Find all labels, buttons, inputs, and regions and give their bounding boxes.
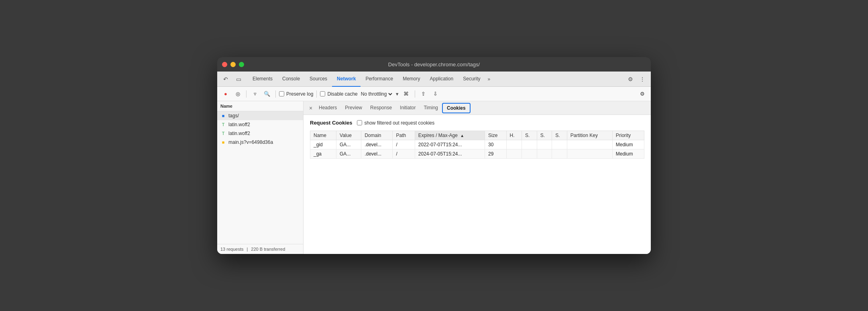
col-name[interactable]: Name — [310, 131, 336, 140]
col-domain[interactable]: Domain — [361, 131, 393, 140]
sidebar-item-latin2[interactable]: T latin.woff2 — [217, 129, 303, 138]
cell-priority: Medium — [612, 140, 644, 149]
settings-icon[interactable]: ⚙ — [625, 74, 636, 84]
col-size[interactable]: Size — [485, 131, 507, 140]
cookies-panel: Request Cookies show filtered out reques… — [304, 115, 651, 254]
inspect-icon[interactable]: ▭ — [233, 74, 244, 84]
col-priority[interactable]: Priority — [612, 131, 644, 140]
tab-elements[interactable]: Elements — [248, 72, 277, 87]
preserve-log-checkbox[interactable] — [279, 91, 284, 96]
sidebar-header: Name — [217, 101, 303, 111]
cell-s1 — [522, 149, 537, 159]
settings-right: ⚙ — [637, 89, 648, 99]
col-partition-key[interactable]: Partition Key — [567, 131, 612, 140]
cell-domain: .devel... — [361, 149, 393, 159]
col-s3[interactable]: S. — [552, 131, 567, 140]
col-s1[interactable]: S. — [522, 131, 537, 140]
col-h[interactable]: H. — [506, 131, 522, 140]
close-button[interactable] — [222, 62, 227, 67]
tab-initiator[interactable]: Initiator — [396, 101, 420, 115]
tab-timing[interactable]: Timing — [420, 101, 442, 115]
main-tab-bar: ↶ ▭ Elements Console Sources Network Per… — [217, 72, 651, 87]
tab-response[interactable]: Response — [366, 101, 396, 115]
separator-2 — [275, 90, 276, 98]
cell-partition_key — [567, 149, 612, 159]
tab-performance[interactable]: Performance — [361, 72, 398, 87]
throttle-select[interactable]: No throttling — [359, 91, 393, 97]
gear-icon[interactable]: ⚙ — [637, 89, 648, 99]
more-tabs-button[interactable]: » — [485, 76, 493, 82]
cursor-icon[interactable]: ↶ — [220, 74, 231, 84]
disable-cache-label[interactable]: Disable cache — [320, 91, 357, 97]
maximize-button[interactable] — [239, 62, 244, 67]
record-button[interactable]: ● — [220, 89, 231, 99]
font-icon-2: T — [220, 131, 226, 136]
tab-memory[interactable]: Memory — [398, 72, 425, 87]
cell-h — [506, 140, 522, 149]
sidebar-item-tags[interactable]: ■ tags/ — [217, 111, 303, 120]
wifi-icon[interactable]: ⌘ — [401, 89, 412, 99]
main-area: Name ■ tags/ T latin.woff2 T latin.woff2… — [217, 101, 651, 254]
request-cookies-header: Request Cookies show filtered out reques… — [310, 120, 644, 126]
cell-size: 29 — [485, 149, 507, 159]
tab-bar-icons: ↶ ▭ — [220, 74, 244, 84]
tab-cookies[interactable]: Cookies — [442, 103, 471, 113]
more-options-icon[interactable]: ⋮ — [637, 74, 648, 84]
cell-h — [506, 149, 522, 159]
sidebar-item-latin1[interactable]: T latin.woff2 — [217, 120, 303, 129]
cell-priority: Medium — [612, 149, 644, 159]
tab-network[interactable]: Network — [332, 72, 361, 87]
tab-security[interactable]: Security — [458, 72, 485, 87]
sort-arrow: ▲ — [460, 133, 464, 138]
script-icon: ■ — [220, 139, 226, 145]
cookies-table: Name Value Domain Path Expires / Max-Age… — [310, 131, 644, 159]
minimize-button[interactable] — [230, 62, 236, 67]
download-icon[interactable]: ⇩ — [430, 89, 441, 99]
cell-s3 — [552, 149, 567, 159]
tab-console[interactable]: Console — [277, 72, 305, 87]
cell-s2 — [537, 140, 552, 149]
panel-close-button[interactable]: × — [307, 104, 315, 112]
throttle-arrow: ▼ — [395, 92, 399, 96]
cell-s2 — [537, 149, 552, 159]
font-icon-1: T — [220, 122, 226, 127]
network-sidebar: Name ■ tags/ T latin.woff2 T latin.woff2… — [217, 101, 304, 254]
separator-4 — [415, 90, 415, 98]
cell-partition_key — [567, 140, 612, 149]
preserve-log-label[interactable]: Preserve log — [279, 91, 313, 97]
show-filtered-label[interactable]: show filtered out request cookies — [357, 120, 434, 126]
window-title: DevTools - developer.chrome.com/tags/ — [388, 61, 480, 68]
col-value[interactable]: Value — [336, 131, 361, 140]
panel-content-area: × Headers Preview Response Initiator Tim… — [304, 101, 651, 254]
col-path[interactable]: Path — [393, 131, 415, 140]
separator-3 — [316, 90, 317, 98]
tab-application[interactable]: Application — [425, 72, 458, 87]
cell-value: GA... — [336, 140, 361, 149]
cell-s1 — [522, 140, 537, 149]
tab-preview[interactable]: Preview — [341, 101, 366, 115]
titlebar: DevTools - developer.chrome.com/tags/ — [217, 57, 651, 72]
cell-path: / — [393, 149, 415, 159]
table-row[interactable]: _gaGA....devel.../2024-07-05T15:24...29M… — [310, 149, 644, 159]
cell-expires: 2022-07-07T15:24... — [415, 140, 485, 149]
col-s2[interactable]: S. — [537, 131, 552, 140]
sidebar-item-mainjs[interactable]: ■ main.js?v=6498d36a — [217, 138, 303, 147]
tab-sources[interactable]: Sources — [305, 72, 332, 87]
search-icon[interactable]: 🔍 — [262, 89, 272, 99]
upload-icon[interactable]: ⇧ — [418, 89, 429, 99]
disable-cache-checkbox[interactable] — [320, 91, 325, 96]
cell-expires: 2024-07-05T15:24... — [415, 149, 485, 159]
show-filtered-checkbox[interactable] — [357, 120, 362, 125]
cell-name: _ga — [310, 149, 336, 159]
tab-bar-right: ⚙ ⋮ — [625, 74, 648, 84]
filter-icon[interactable]: ▿ — [250, 89, 260, 99]
cell-domain: .devel... — [361, 140, 393, 149]
browser-window: DevTools - developer.chrome.com/tags/ ↶ … — [217, 57, 651, 254]
clear-icon[interactable]: ◎ — [232, 89, 243, 99]
cell-s3 — [552, 140, 567, 149]
doc-icon: ■ — [220, 113, 226, 119]
table-row[interactable]: _gidGA....devel.../2022-07-07T15:24...30… — [310, 140, 644, 149]
tab-headers[interactable]: Headers — [315, 101, 341, 115]
panel-tabs: × Headers Preview Response Initiator Tim… — [304, 101, 651, 115]
col-expires[interactable]: Expires / Max-Age ▲ — [415, 131, 485, 140]
